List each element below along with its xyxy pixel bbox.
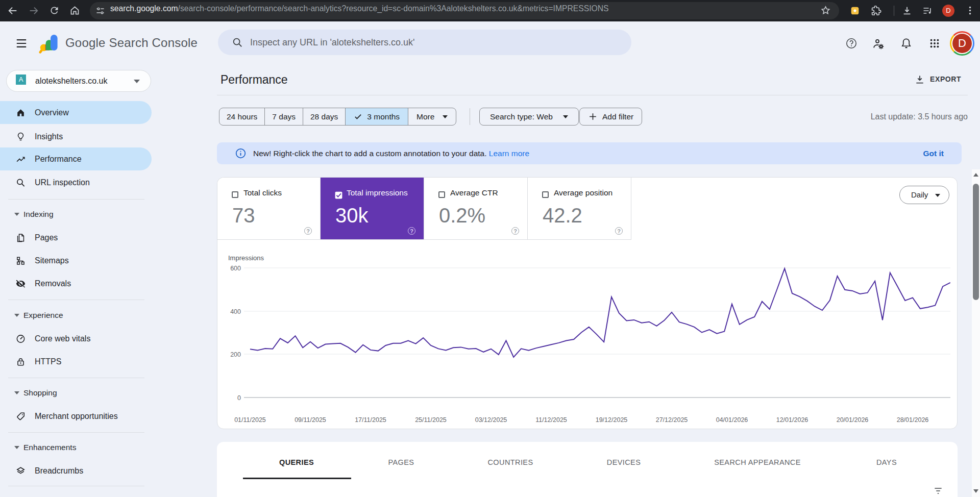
svg-text:11/12/2025: 11/12/2025 — [535, 416, 567, 424]
svg-text:0: 0 — [237, 394, 241, 402]
svg-text:600: 600 — [230, 265, 241, 272]
svg-text:27/12/2025: 27/12/2025 — [656, 416, 688, 424]
svg-text:200: 200 — [230, 351, 241, 358]
svg-text:400: 400 — [230, 308, 241, 315]
svg-text:20/01/2026: 20/01/2026 — [837, 416, 869, 424]
svg-text:25/11/2025: 25/11/2025 — [415, 416, 447, 424]
svg-text:17/11/2025: 17/11/2025 — [355, 416, 386, 424]
svg-text:04/01/2026: 04/01/2026 — [716, 416, 748, 424]
svg-text:Impressions: Impressions — [228, 254, 264, 262]
svg-text:12/01/2026: 12/01/2026 — [776, 416, 808, 424]
svg-text:03/12/2025: 03/12/2025 — [475, 416, 507, 424]
svg-text:01/11/2025: 01/11/2025 — [234, 416, 266, 424]
svg-text:28/01/2026: 28/01/2026 — [897, 416, 929, 424]
svg-text:09/11/2025: 09/11/2025 — [295, 416, 326, 424]
svg-text:19/12/2025: 19/12/2025 — [596, 416, 628, 424]
